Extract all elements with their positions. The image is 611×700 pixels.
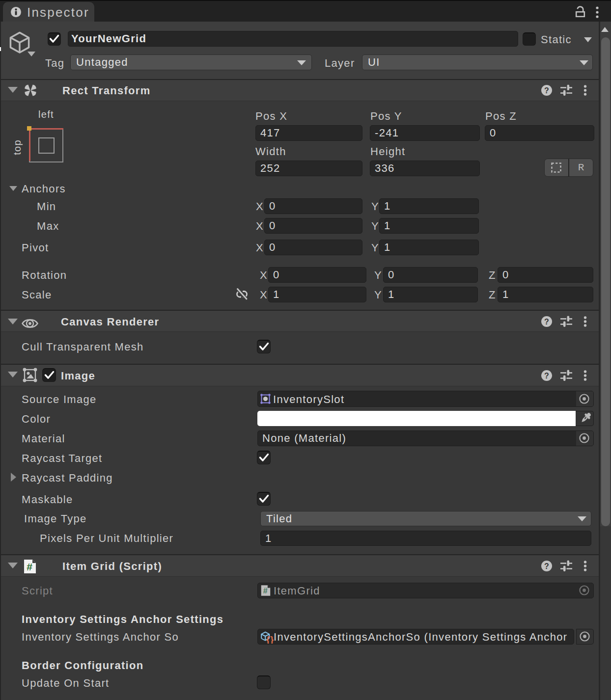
svg-text:{}: {} bbox=[266, 635, 274, 644]
svg-text:?: ? bbox=[544, 372, 549, 380]
svg-text:#: # bbox=[263, 586, 268, 595]
svg-text:?: ? bbox=[544, 562, 549, 570]
svg-text:?: ? bbox=[544, 318, 549, 326]
svg-text:#: # bbox=[27, 561, 32, 572]
svg-text:?: ? bbox=[544, 86, 549, 95]
